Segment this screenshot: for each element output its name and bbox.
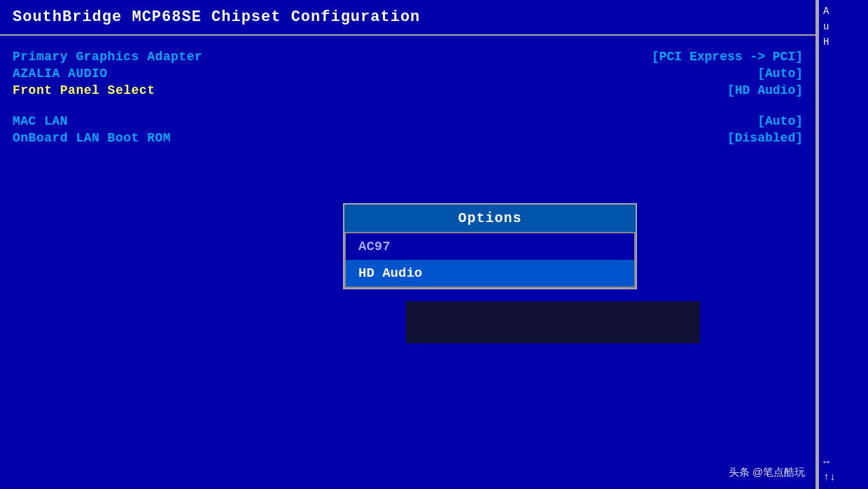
label-lanboot: OnBoard LAN Boot ROM xyxy=(13,131,307,145)
label-frontpanel: Front Panel Select xyxy=(13,83,307,97)
option-hd-audio[interactable]: HD Audio xyxy=(346,260,634,287)
setting-row-frontpanel[interactable]: Front Panel Select [HD Audio] xyxy=(13,83,803,97)
dropdown-shadow xyxy=(406,301,700,343)
option-ac97[interactable]: AC97 xyxy=(346,233,634,260)
value-lanboot: [Disabled] xyxy=(727,131,803,145)
right-panel-line1: A xyxy=(823,6,864,17)
right-panel-line3: H xyxy=(823,36,864,48)
value-graphics: [PCI Express -> PCI] xyxy=(652,50,803,64)
setting-row-azalia: AZALIA AUDIO [Auto] xyxy=(13,67,803,81)
dropdown-title: Options xyxy=(344,205,636,232)
setting-row-graphics: Primary Graphics Adapter [PCI Express ->… xyxy=(13,50,803,64)
value-azalia: [Auto] xyxy=(757,67,803,81)
nav-key-ud: ↑↓ xyxy=(823,471,864,483)
options-dropdown[interactable]: Options AC97 HD Audio xyxy=(343,203,637,289)
dropdown-body: AC97 HD Audio xyxy=(344,232,636,288)
watermark: 头条 @笔点酷玩 xyxy=(729,466,805,479)
settings-area: Primary Graphics Adapter [PCI Express ->… xyxy=(0,36,816,162)
right-panel-line2: u xyxy=(823,21,864,32)
setting-row-maclan: MAC LAN [Auto] xyxy=(13,114,803,128)
setting-row-lanboot: OnBoard LAN Boot ROM [Disabled] xyxy=(13,131,803,145)
label-maclan: MAC LAN xyxy=(13,114,307,128)
label-graphics: Primary Graphics Adapter xyxy=(13,50,307,64)
page-title: SouthBridge MCP68SE Chipset Configuratio… xyxy=(0,0,816,36)
value-frontpanel: [HD Audio] xyxy=(727,83,803,97)
value-maclan: [Auto] xyxy=(757,114,803,128)
main-content: SouthBridge MCP68SE Chipset Configuratio… xyxy=(0,0,818,489)
nav-key-lr: ↔ xyxy=(823,457,864,469)
bios-screen: SouthBridge MCP68SE Chipset Configuratio… xyxy=(0,0,868,489)
right-panel: A u H ↔ ↑↓ xyxy=(818,0,868,489)
label-azalia: AZALIA AUDIO xyxy=(13,67,307,81)
right-panel-nav: ↔ ↑↓ xyxy=(823,457,864,483)
